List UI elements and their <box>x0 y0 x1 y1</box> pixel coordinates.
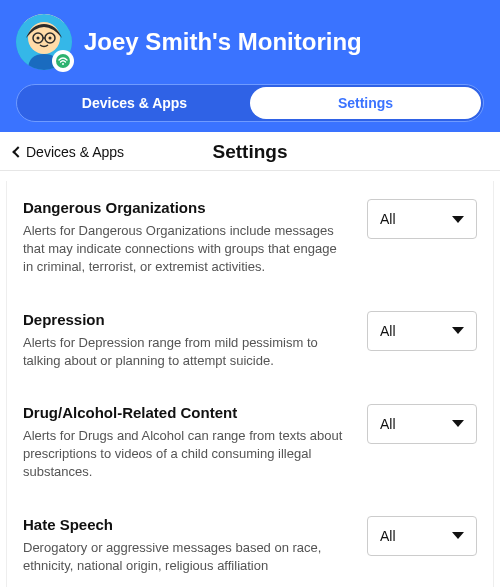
select-value: All <box>380 528 396 544</box>
chevron-down-icon <box>452 532 464 539</box>
tab-bar: Devices & Apps Settings <box>16 84 484 122</box>
subheader-title: Settings <box>213 141 288 163</box>
setting-select[interactable]: All <box>367 404 477 444</box>
setting-text: Drug/Alcohol-Related Content Alerts for … <box>23 404 347 482</box>
setting-text: Dangerous Organizations Alerts for Dange… <box>23 199 347 277</box>
setting-row: Dangerous Organizations Alerts for Dange… <box>23 199 477 277</box>
svg-point-6 <box>49 37 52 40</box>
setting-title: Depression <box>23 311 347 328</box>
setting-text: Depression Alerts for Depression range f… <box>23 311 347 370</box>
select-value: All <box>380 416 396 432</box>
chevron-left-icon <box>12 146 23 157</box>
setting-desc: Alerts for Dangerous Organizations inclu… <box>23 222 347 277</box>
chevron-down-icon <box>452 420 464 427</box>
setting-row: Depression Alerts for Depression range f… <box>23 311 477 370</box>
chevron-down-icon <box>452 327 464 334</box>
setting-row: Drug/Alcohol-Related Content Alerts for … <box>23 404 477 482</box>
setting-title: Drug/Alcohol-Related Content <box>23 404 347 421</box>
setting-select[interactable]: All <box>367 311 477 351</box>
setting-select[interactable]: All <box>367 516 477 556</box>
subheader: Devices & Apps Settings <box>0 132 500 171</box>
back-button[interactable]: Devices & Apps <box>14 144 124 160</box>
setting-text: Hate Speech Derogatory or aggressive mes… <box>23 516 347 575</box>
back-label: Devices & Apps <box>26 144 124 160</box>
setting-desc: Alerts for Depression range from mild pe… <box>23 334 347 370</box>
header: Joey Smith's Monitoring Devices & Apps S… <box>0 0 500 132</box>
select-value: All <box>380 211 396 227</box>
setting-desc: Alerts for Drugs and Alcohol can range f… <box>23 427 347 482</box>
avatar[interactable] <box>16 14 72 70</box>
settings-list: Dangerous Organizations Alerts for Dange… <box>6 181 494 587</box>
setting-select[interactable]: All <box>367 199 477 239</box>
svg-point-8 <box>62 63 64 65</box>
setting-title: Hate Speech <box>23 516 347 533</box>
svg-point-5 <box>37 37 40 40</box>
header-top: Joey Smith's Monitoring <box>16 14 484 70</box>
tab-devices-apps[interactable]: Devices & Apps <box>19 87 250 119</box>
setting-row: Hate Speech Derogatory or aggressive mes… <box>23 516 477 575</box>
chevron-down-icon <box>452 216 464 223</box>
select-value: All <box>380 323 396 339</box>
page-title: Joey Smith's Monitoring <box>84 28 362 56</box>
setting-desc: Derogatory or aggressive messages based … <box>23 539 347 575</box>
wifi-badge-icon <box>52 50 74 72</box>
tab-settings[interactable]: Settings <box>250 87 481 119</box>
setting-title: Dangerous Organizations <box>23 199 347 216</box>
